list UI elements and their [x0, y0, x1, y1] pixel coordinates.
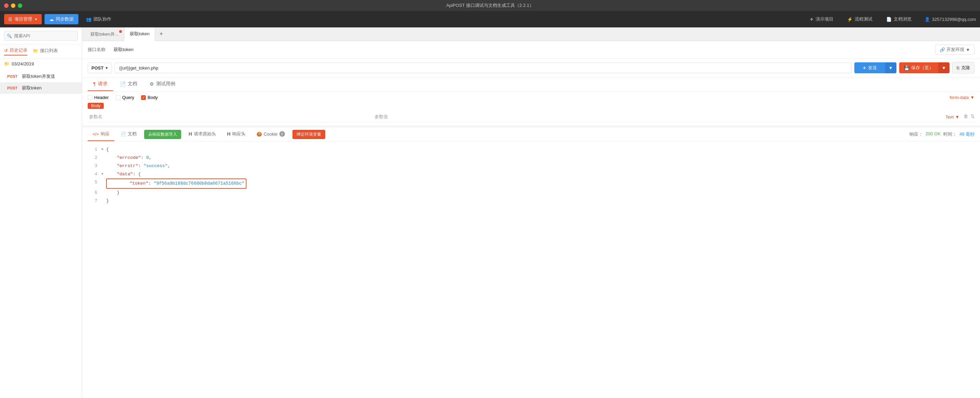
response-tabs: </> 响应 📄 文档 从响应数据导入 H 请求原始头 H 响应头: [82, 127, 980, 142]
resp-tab-resp-headers[interactable]: H 响应头: [222, 127, 250, 141]
query-checkbox[interactable]: Query: [116, 95, 134, 100]
sync-button[interactable]: ☁ 同步数据: [45, 14, 78, 24]
flow-tab[interactable]: ⚡ 流程测试: [841, 13, 879, 25]
status-label: 响应：: [910, 131, 923, 137]
response-status: 响应： 200 OK 时间： 49 毫秒: [910, 131, 975, 137]
form-data-link[interactable]: form-data ▼: [950, 95, 975, 100]
close-dot[interactable]: [4, 3, 9, 8]
sidebar-api-label-1: 获取token并发送: [22, 73, 55, 80]
body-checkbox[interactable]: ✓ Body: [141, 95, 158, 100]
cookie-count: 0: [279, 131, 285, 137]
code-line-3: 3 "errstr": "success",: [88, 162, 975, 170]
checkbox-group: Header Query ✓ Body form-data ▼: [88, 95, 975, 100]
env-button[interactable]: 🔗 开发环境 ▼: [935, 45, 975, 55]
method-badge-2: POST: [5, 85, 19, 91]
team-icon: 👥: [86, 17, 91, 22]
window-controls: [4, 3, 22, 8]
paragraph-icon: ¶: [93, 81, 96, 87]
request-tabs: ¶ 请求 📄 文档 ⚙ 测试用例: [82, 77, 980, 91]
sort-icon[interactable]: ⇅: [971, 114, 975, 120]
url-input[interactable]: [115, 63, 851, 73]
body-checkbox-box: ✓: [141, 95, 146, 100]
header-checkbox[interactable]: Header: [88, 95, 109, 100]
status-code: 200 OK: [926, 131, 940, 137]
save-button-group: 💾 保存（至） ▼: [899, 62, 950, 73]
user-icon: 👤: [924, 17, 930, 22]
save-button[interactable]: 💾 保存（至）: [899, 62, 938, 73]
code-area: 1 ▼ { 2 "errcode": 0, 3 "errstr": "succe…: [82, 142, 980, 398]
resp-tab-cookie[interactable]: 🍪 Cookie 0: [252, 128, 290, 141]
cookie-icon: 🍪: [256, 132, 262, 137]
code-line-1: 1 ▼ {: [88, 146, 975, 154]
save-icon: 💾: [904, 65, 910, 70]
query-checkbox-box: [116, 95, 121, 100]
tab-get-token[interactable]: 获取token: [124, 27, 156, 41]
search-area: 🔍: [0, 27, 82, 45]
tab-get-token-send[interactable]: 获取token并...: [85, 27, 124, 41]
req-tab-testcase[interactable]: ⚙ 测试用例: [144, 77, 181, 91]
h-icon-req: H: [189, 131, 192, 137]
resp-tab-bind-env[interactable]: 绑定环境变量: [293, 130, 325, 139]
param-name-header: 参数名: [88, 114, 375, 120]
doc-tab[interactable]: 📄 文档浏览: [880, 13, 918, 25]
code-line-4: 4 ▼ "data": {: [88, 170, 975, 178]
env-dropdown-icon: ▼: [966, 47, 970, 53]
method-select[interactable]: POST ▼: [88, 63, 112, 73]
param-type-header[interactable]: Text ▼: [945, 114, 959, 120]
method-dropdown-icon: ▼: [105, 66, 108, 70]
code-icon: </>: [92, 132, 99, 137]
dropdown-arrow-icon: ▼: [34, 18, 38, 21]
api-header: 接口名称 获取token 🔗 开发环境 ▼: [82, 41, 980, 59]
send-plane-icon: ✈: [862, 65, 866, 70]
req-tab-doc[interactable]: 📄 文档: [115, 77, 143, 91]
sidebar-api-label-2: 获取token: [22, 85, 42, 91]
folder-icon: 📁: [33, 48, 38, 53]
trash-icon[interactable]: 🗑: [964, 114, 968, 120]
titlebar: ApiPOST 接口调试与文档生成工具（2.2.1）: [0, 0, 980, 11]
resp-tab-doc[interactable]: 📄 文档: [116, 127, 142, 141]
sidebar-items: POST 获取token并发送 POST 获取token: [0, 69, 82, 95]
code-line-5: 5 "token": "9f56a9b188dc76680b8da6671a51…: [88, 178, 975, 189]
clone-icon: ⎘: [957, 65, 959, 70]
send-button[interactable]: ✈ 发送: [854, 62, 885, 73]
sidebar-api-item-1[interactable]: POST 获取token并发送: [0, 70, 82, 82]
project-manager-button[interactable]: ☰ 项目管理 ▼: [4, 14, 42, 24]
send-dropdown-button[interactable]: ▼: [885, 62, 896, 73]
flow-icon: ⚡: [847, 17, 853, 22]
sidebar-item-history[interactable]: ↺ 历史记录: [4, 47, 27, 56]
method-badge-1: POST: [5, 74, 19, 79]
maximize-dot[interactable]: [18, 3, 22, 8]
link-icon: 🔗: [940, 47, 945, 53]
time-label: 时间：: [943, 131, 957, 137]
param-type-dropdown-icon: ▼: [955, 115, 959, 119]
minimize-dot[interactable]: [11, 3, 16, 8]
team-button[interactable]: 👥 团队协作: [81, 14, 116, 24]
search-input[interactable]: [4, 31, 78, 41]
param-value-header: 参数值: [375, 114, 946, 120]
sidebar-nav: ↺ 历史记录 📁 接口列表: [0, 45, 82, 59]
app-title: ApiPOST 接口调试与文档生成工具（2.2.1）: [446, 2, 533, 9]
content-area: 获取token并... 获取token + 接口名称 获取token 🔗 开发环…: [82, 27, 980, 398]
h-icon-resp: H: [227, 131, 231, 137]
save-dropdown-button[interactable]: ▼: [938, 62, 950, 73]
sidebar-api-item-2[interactable]: POST 获取token: [0, 82, 82, 94]
resp-tab-response[interactable]: </> 响应: [88, 127, 115, 141]
sidebar-item-api-list[interactable]: 📁 接口列表: [33, 47, 58, 56]
tab-add-button[interactable]: +: [155, 30, 167, 38]
header-checkbox-box: [88, 95, 92, 100]
sidebar-date[interactable]: 📁 03/24/2019: [0, 59, 82, 69]
demo-tab[interactable]: ✈ 演示项目: [803, 13, 840, 25]
main-layout: 🔍 ↺ 历史记录 📁 接口列表 📁 03/24/2019 POST 获取toke…: [0, 27, 980, 398]
topnav: ☰ 项目管理 ▼ ☁ 同步数据 👥 团队协作 ✈ 演示项目 ⚡ 流程测试 📄 文…: [0, 11, 980, 27]
clone-button[interactable]: ⎘ 克隆: [952, 62, 975, 74]
code-line-2: 2 "errcode": 0,: [88, 154, 975, 162]
url-bar: POST ▼ ✈ 发送 ▼ 💾 保存（至） ▼ ⎘ 克隆: [82, 59, 980, 77]
code-line-6: 6 }: [88, 189, 975, 197]
req-tab-request[interactable]: ¶ 请求: [88, 77, 113, 91]
resp-tab-req-headers[interactable]: H 请求原始头: [184, 127, 221, 141]
params-section: Header Query ✓ Body form-data ▼ Body 参数名: [82, 91, 980, 126]
resp-doc-icon: 📄: [121, 132, 126, 137]
resp-tab-import[interactable]: 从响应数据导入: [144, 130, 181, 139]
api-name-value: 获取token: [114, 46, 935, 53]
nav-tabs: ✈ 演示项目 ⚡ 流程测试 📄 文档浏览: [803, 13, 918, 25]
